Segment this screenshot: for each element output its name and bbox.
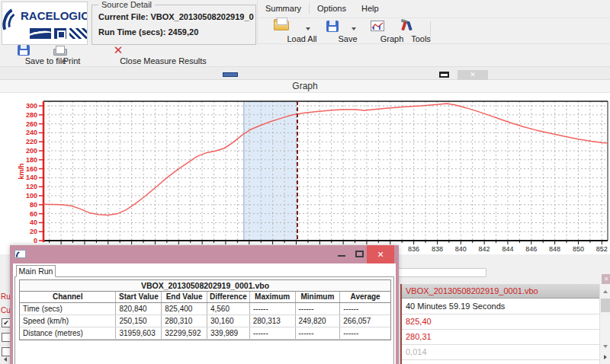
channel-cell: Distance (metres) bbox=[20, 327, 116, 339]
table-row[interactable]: Speed (km/h)250,150280,31030,160280,3132… bbox=[20, 315, 390, 327]
run-time-label: Run Time (secs): 2459,20 bbox=[98, 27, 254, 37]
value-cell: 266,057 bbox=[340, 315, 390, 327]
printer-icon bbox=[53, 46, 66, 56]
toolbar-separator bbox=[430, 21, 431, 40]
y-tick-label: 0 bbox=[34, 237, 37, 244]
value-cell: ------ bbox=[250, 303, 296, 315]
menu-item-options[interactable]: Options bbox=[310, 0, 354, 18]
tools-button[interactable]: Tools bbox=[393, 20, 421, 43]
column-header: Minimum bbox=[296, 292, 341, 302]
floppy-disk-icon bbox=[326, 21, 339, 32]
minimize-icon[interactable] bbox=[338, 255, 345, 257]
results-table-header: ChannelStart ValueEnd ValueDifferenceMax… bbox=[20, 292, 390, 303]
logo-checker-badge-icon bbox=[69, 28, 88, 39]
column-header: Average bbox=[340, 292, 390, 302]
panel-row[interactable]: 40 Minutes 59.19 Seconds bbox=[402, 299, 599, 315]
y-axis-title: km/h bbox=[18, 163, 25, 179]
background-window-strip: ✕ bbox=[0, 67, 610, 80]
scroll-down-icon[interactable] bbox=[601, 341, 610, 351]
panel-row[interactable]: 0,156 bbox=[402, 360, 599, 364]
load-all-dropdown-icon[interactable] bbox=[306, 27, 310, 30]
column-header: Maximum bbox=[250, 292, 296, 302]
x-tick-label: 838 bbox=[432, 245, 443, 253]
y-tick-label: 80 bbox=[30, 201, 37, 209]
y-tick-label: 140 bbox=[26, 174, 37, 181]
save-to-file-button[interactable]: Save to file bbox=[2, 45, 46, 66]
y-tick-label: 40 bbox=[30, 219, 37, 226]
selection-band[interactable] bbox=[244, 101, 297, 241]
panel-file-header[interactable]: VBOX_20130508202919_0001.vbo bbox=[402, 284, 599, 299]
panel-row[interactable]: 0,014 bbox=[402, 345, 599, 360]
y-tick-label: 280 bbox=[26, 111, 37, 119]
y-tick-label: 160 bbox=[26, 165, 37, 173]
y-tick-label: 180 bbox=[26, 156, 37, 164]
y-tick-label: 260 bbox=[26, 120, 37, 128]
y-tick-label: 300 bbox=[26, 102, 37, 110]
value-cell: ------ bbox=[250, 327, 296, 339]
results-table: VBOX_20130508202919_0001.vbo ChannelStar… bbox=[19, 279, 391, 340]
column-header: Channel bbox=[20, 292, 116, 302]
tab-main-run[interactable]: Main Run bbox=[16, 265, 56, 277]
value-cell: ------ bbox=[296, 327, 341, 339]
y-tick-label: 220 bbox=[26, 138, 37, 145]
y-tick-label: 20 bbox=[30, 228, 37, 235]
chart-background[interactable] bbox=[0, 93, 610, 254]
value-cell: 820,840 bbox=[116, 303, 162, 315]
maximize-icon[interactable] bbox=[355, 251, 364, 257]
save-dropdown-icon[interactable] bbox=[352, 27, 356, 30]
column-header: End Value bbox=[162, 292, 207, 302]
maximize-icon[interactable] bbox=[439, 72, 449, 78]
value-cell: 280,313 bbox=[250, 315, 296, 327]
column-header: Difference bbox=[207, 292, 250, 302]
panel-close-icon[interactable]: ✕ bbox=[602, 274, 610, 284]
scroll-up-icon[interactable] bbox=[601, 287, 610, 297]
close-icon[interactable]: ✕ bbox=[458, 70, 488, 80]
menu-bar: SummaryOptionsHelp bbox=[257, 0, 610, 18]
y-tick-label: 60 bbox=[30, 210, 37, 218]
value-cell: ------ bbox=[296, 303, 341, 315]
red-x-icon: ✕ bbox=[113, 43, 124, 56]
value-cell: 30,160 bbox=[207, 315, 250, 327]
x-tick-label: 844 bbox=[502, 245, 513, 253]
menu-item-summary[interactable]: Summary bbox=[258, 0, 309, 18]
y-tick-label: 200 bbox=[26, 147, 37, 155]
dialog-titlebar[interactable]: ✕ bbox=[10, 245, 399, 263]
save-button[interactable]: Save bbox=[317, 20, 348, 43]
panel-row[interactable]: 825,40 bbox=[402, 315, 599, 330]
x-tick-label: 848 bbox=[549, 245, 560, 253]
dialog-body: Main Run VBOX_20130508202919_0001.vbo Ch… bbox=[13, 263, 396, 364]
x-tick-label: 842 bbox=[479, 245, 490, 253]
panel-rows: 40 Minutes 59.19 Seconds825,40280,310,01… bbox=[402, 299, 599, 364]
vbox-tools-window: RACELOGIC Source Detail Current File: VB… bbox=[0, 0, 610, 364]
menu-item-help[interactable]: Help bbox=[354, 0, 387, 18]
x-tick-label: 850 bbox=[573, 245, 584, 253]
x-tick-label: 846 bbox=[525, 245, 537, 253]
table-row[interactable]: Distance (metres)31959,60332299,592339,9… bbox=[20, 327, 390, 340]
panel-scrollbar[interactable] bbox=[599, 284, 610, 364]
value-cell: ------ bbox=[340, 303, 390, 315]
print-button[interactable]: Print bbox=[47, 45, 72, 66]
source-detail-title: Source Detail bbox=[98, 0, 155, 9]
floppy-disk-icon bbox=[18, 45, 30, 56]
measure-toolbar: Save to file Print ✕ Close Measure Resul… bbox=[0, 44, 610, 67]
graph-button[interactable]: Graph bbox=[363, 20, 392, 43]
x-tick-label: 840 bbox=[455, 245, 467, 253]
value-cell: 249,820 bbox=[296, 315, 341, 327]
value-cell: ------ bbox=[340, 327, 390, 339]
racelogic-mini-icon bbox=[14, 250, 26, 258]
value-cell: 280,310 bbox=[162, 315, 207, 327]
measure-input-fragment[interactable] bbox=[396, 268, 486, 277]
table-row[interactable]: Time (secs)820,840825,4004,560----------… bbox=[20, 303, 390, 315]
value-cell: 250,150 bbox=[116, 315, 162, 327]
close-icon[interactable]: ✕ bbox=[367, 245, 394, 263]
graph-chart-icon bbox=[371, 21, 384, 31]
load-all-button[interactable]: Load All bbox=[260, 20, 302, 43]
close-measure-results-button[interactable]: ✕ Close Measure Results bbox=[73, 45, 163, 66]
scrollbar-thumb[interactable] bbox=[601, 299, 610, 312]
logo-text: RACELOGIC bbox=[21, 9, 88, 22]
run-summary-panel: VBOX_20130508202919_0001.vbo 40 Minutes … bbox=[400, 284, 610, 364]
panel-row[interactable]: 280,31 bbox=[402, 330, 599, 345]
results-table-caption: VBOX_20130508202919_0001.vbo bbox=[20, 280, 390, 292]
window-fragment-blue-bar bbox=[223, 72, 238, 77]
scroll-right-icon[interactable] bbox=[601, 353, 610, 362]
